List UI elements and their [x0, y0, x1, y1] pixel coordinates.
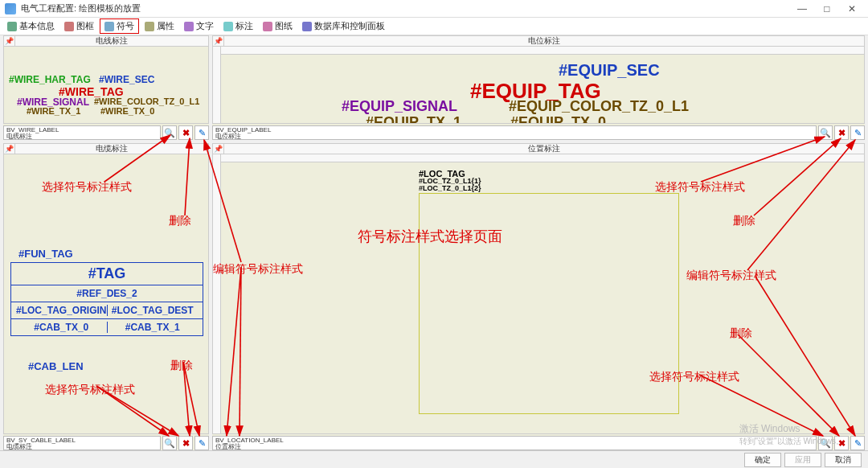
tag-table: #TAG #REF_DES_2 #LOC_TAG_ORIGIN#LOC_TAG_… [10, 262, 203, 336]
footer-label: BV_EQUIP_LABEL 电位标注 [212, 125, 817, 140]
tab-database[interactable]: 数据库和控制面板 [298, 19, 389, 33]
ok-button[interactable]: 确定 [744, 453, 781, 467]
tab-annotation[interactable]: 标注 [219, 19, 257, 33]
variable-label: #WIRE_TX_0 [100, 106, 154, 116]
variable-label: #EQUIP_TX_0 [510, 114, 606, 124]
variable-label: #EQUIP_TX_1 [366, 114, 461, 124]
footer-label: BV_WIRE_LABEL 电线标注 [3, 125, 161, 140]
canvas-location[interactable]: #LOC_TAG#LOC_TZ_0_L1{1}#LOC_TZ_0_L1{2}#L… [212, 154, 865, 434]
tab-drawing[interactable]: 图纸 [259, 19, 297, 33]
cab-len: #CAB_LEN [28, 360, 84, 372]
minimize-button[interactable]: — [791, 3, 813, 14]
variable-label: #LOC_TX_0 [419, 433, 469, 434]
main-toolbar: 基本信息 图框 符号 属性 文字 标注 图纸 数据库和控制面板 [0, 18, 868, 35]
variable-label: #WIRE_TX_1 [27, 106, 80, 116]
apply-button[interactable]: 应用 [784, 453, 821, 467]
pin-icon[interactable]: 📌 [213, 36, 224, 46]
ann-delete-4: 删除 [170, 359, 193, 373]
pane-title: 电位标注 [224, 35, 864, 47]
ann-select-1: 选择符号标注样式 [42, 180, 132, 195]
canvas-equip[interactable]: #EQUIP_SEC#EQUIP_TAG#EQUIP_SIGNAL#EQUIP_… [212, 47, 865, 124]
tab-text[interactable]: 文字 [180, 19, 218, 33]
ann-select-4: 选择符号标注样式 [45, 383, 135, 397]
variable-label: #WIRE_HAR_TAG [9, 74, 91, 85]
pane-title: 电线标注 [15, 35, 208, 47]
variable-label: #LOC_TZ_0_L1{2} [419, 184, 481, 192]
tab-attribute[interactable]: 属性 [141, 19, 178, 33]
canvas-wire[interactable]: #WIRE_HAR_TAG#WIRE_SEC#WIRE_TAG#WIRE_SIG… [3, 47, 209, 124]
pane-wire-label: 📌电线标注 #WIRE_HAR_TAG#WIRE_SEC#WIRE_TAG#WI… [3, 35, 209, 140]
edit-button[interactable]: ✎ [850, 436, 865, 450]
dialog-footer: 确定 应用 取消 [0, 450, 868, 468]
tab-symbol[interactable]: 符号 [100, 18, 139, 34]
pin-icon[interactable]: 📌 [213, 144, 224, 154]
pane-title: 电缆标注 [15, 143, 208, 154]
pin-icon[interactable]: 📌 [4, 36, 15, 46]
window-title: 电气工程配置: 绘图模板的放置 [21, 2, 791, 14]
delete-button[interactable]: ✖ [178, 125, 193, 140]
ann-page-title: 符号标注样式选择页面 [358, 227, 502, 246]
tab-frame[interactable]: 图框 [60, 19, 98, 33]
ann-select-2: 选择符号标注样式 [655, 180, 745, 195]
ann-edit-1: 编辑符号标注样式 [213, 262, 303, 277]
watermark: 激活 Windows 转到"设置"以激活 Windows。 [739, 422, 844, 447]
tab-basic-info[interactable]: 基本信息 [3, 19, 59, 33]
footer-label: BV_SY_CABLE_LABEL 电缆标注 [3, 436, 161, 450]
variable-label: #EQUIP_COLOR_TZ_0_L1 [509, 98, 689, 115]
ann-delete-1: 删除 [169, 214, 191, 228]
ann-delete-2: 删除 [733, 214, 755, 228]
pane-title: 位置标注 [224, 143, 864, 154]
ann-delete-3: 删除 [730, 326, 752, 341]
titlebar: 电气工程配置: 绘图模板的放置 — □ ✕ [0, 0, 868, 18]
search-button[interactable]: 🔍 [162, 125, 177, 140]
delete-button[interactable]: ✖ [178, 436, 193, 450]
fun-tag: #FUN_TAG [18, 248, 73, 260]
edit-button[interactable]: ✎ [850, 125, 865, 140]
variable-label: #WIRE_SEC [99, 74, 154, 85]
search-button[interactable]: 🔍 [818, 125, 833, 140]
pane-location-label: 📌位置标注 #LOC_TAG#LOC_TZ_0_L1{1}#LOC_TZ_0_L… [212, 143, 865, 450]
pane-equip-label: 📌电位标注 #EQUIP_SEC#EQUIP_TAG#EQUIP_SIGNAL#… [212, 35, 865, 140]
pin-icon[interactable]: 📌 [4, 144, 15, 154]
ann-select-3: 选择符号标注样式 [649, 370, 739, 384]
footer-label: BV_LOCATION_LABEL 位置标注 [212, 436, 817, 450]
variable-label: #EQUIP_SIGNAL [342, 98, 457, 115]
cancel-button[interactable]: 取消 [825, 453, 862, 467]
variable-label: #WIRE_COLOR_TZ_0_L1 [94, 96, 199, 106]
close-button[interactable]: ✕ [841, 3, 863, 14]
maximize-button[interactable]: □ [816, 3, 838, 14]
variable-label: #EQUIP_SEC [559, 61, 660, 80]
delete-button[interactable]: ✖ [834, 125, 849, 140]
workspace: 📌电线标注 #WIRE_HAR_TAG#WIRE_SEC#WIRE_TAG#WI… [0, 35, 868, 450]
edit-button[interactable]: ✎ [194, 125, 209, 140]
app-icon [5, 3, 16, 14]
search-button[interactable]: 🔍 [162, 436, 177, 450]
edit-button[interactable]: ✎ [194, 436, 209, 450]
ann-edit-2: 编辑符号标注样式 [686, 269, 776, 283]
